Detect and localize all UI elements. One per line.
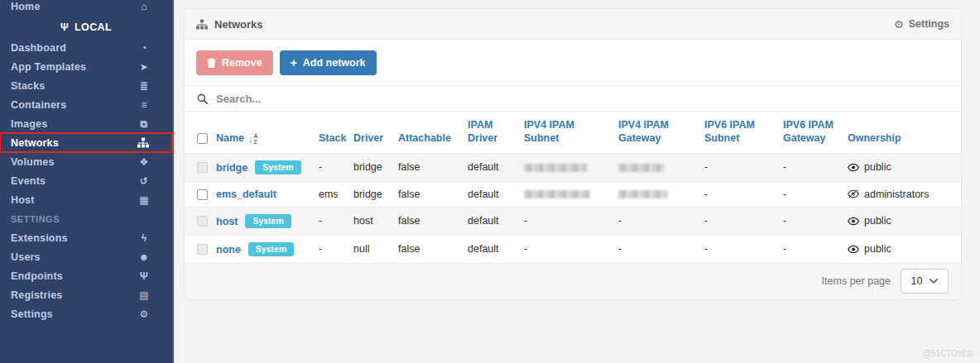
sidebar: Home ⌂ Ψ LOCAL Dashboard◔App Templates➤S… [0, 0, 174, 363]
items-per-page-select[interactable]: 10 [901, 269, 949, 294]
sidebar-item-settings[interactable]: Settings⚙ [0, 304, 172, 323]
cell-ipv6_subnet: - [704, 207, 783, 235]
chevron-down-icon [930, 279, 938, 284]
sidebar-item-label: Home [11, 1, 41, 12]
cell-ipam_driver: default [468, 181, 524, 207]
sidebar-item-label: Users [11, 251, 41, 263]
column-header-ipv4_gateway[interactable]: IPV4 IPAM Gateway [618, 112, 704, 154]
redacted-value [618, 190, 668, 198]
eye-slash-icon [848, 189, 859, 198]
endpoint-selector[interactable]: Ψ LOCAL [0, 17, 172, 38]
sidebar-item-networks[interactable]: Networks [0, 133, 172, 152]
column-header-ipv6_subnet[interactable]: IPV6 IPAM Subnet [704, 112, 783, 154]
sidebar-item-label: Dashboard [11, 42, 66, 54]
sitemap-icon [196, 19, 208, 30]
cell-ownership: public [848, 153, 961, 181]
app-templates-icon: ➤ [137, 61, 151, 73]
network-name-link[interactable]: none [216, 243, 241, 255]
cell-stack: - [319, 153, 353, 181]
sidebar-item-label: Stacks [11, 80, 46, 92]
settings-icon: ⚙ [137, 308, 151, 320]
add-network-button[interactable]: + Add network [280, 50, 377, 75]
sidebar-item-volumes[interactable]: Volumes❖ [0, 152, 172, 171]
sidebar-item-app-templates[interactable]: App Templates➤ [0, 57, 172, 76]
sidebar-item-events[interactable]: Events↺ [0, 171, 172, 190]
system-badge: System [245, 214, 291, 228]
sidebar-item-home[interactable]: Home ⌂ [0, 1, 172, 17]
search-icon [197, 93, 208, 104]
select-all-checkbox[interactable] [197, 133, 208, 144]
network-name-link[interactable]: host [216, 215, 238, 227]
cell-stack: ems [319, 181, 353, 207]
sidebar-item-dashboard[interactable]: Dashboard◔ [0, 38, 172, 57]
sidebar-item-label: Networks [11, 137, 59, 149]
containers-icon: ≡ [137, 99, 151, 111]
networks-widget: Networks ⚙ Settings Remove + Add network… [184, 8, 962, 300]
sidebar-item-label: Volumes [11, 156, 55, 168]
cell-driver: bridge [353, 181, 398, 207]
table-header-row: Name↓AZStackDriverAttachableIPAM DriverI… [185, 112, 961, 154]
cell-ipam_driver: default [468, 207, 524, 235]
sidebar-item-stacks[interactable]: Stacks≣ [0, 76, 172, 95]
sidebar-item-extensions[interactable]: Extensionsϟ [0, 228, 172, 247]
cell-ownership: public [848, 235, 961, 263]
toolbar: Remove + Add network [185, 40, 961, 85]
widget-settings-link[interactable]: ⚙ Settings [894, 18, 949, 30]
sidebar-item-containers[interactable]: Containers≡ [0, 95, 172, 114]
watermark: @51CTO博客 [923, 348, 974, 360]
cell-attachable: false [398, 153, 468, 181]
column-header-ipv6_gateway[interactable]: IPV6 IPAM Gateway [783, 112, 848, 154]
cell-driver: host [353, 207, 398, 235]
cell-ipv4_subnet: - [524, 235, 618, 263]
column-header-name[interactable]: Name↓AZ [216, 112, 319, 154]
table-row: bridgeSystem-bridgefalsedefault--public [185, 153, 961, 181]
network-name-link[interactable]: ems_default [216, 189, 276, 200]
redacted-value [618, 164, 665, 172]
sidebar-item-label: Containers [11, 99, 66, 111]
sidebar-item-label: Settings [11, 308, 53, 320]
sidebar-item-registries[interactable]: Registries▤ [0, 285, 172, 304]
cell-attachable: false [398, 181, 468, 207]
volumes-icon: ❖ [137, 156, 151, 168]
column-header-ownership[interactable]: Ownership [848, 112, 961, 154]
home-icon: ⌂ [137, 1, 151, 12]
select-all-header-cell [185, 112, 216, 154]
redacted-value [524, 164, 587, 172]
column-header-stack[interactable]: Stack [319, 112, 353, 154]
sidebar-section-settings: SETTINGS [0, 209, 172, 228]
sidebar-item-label: Endpoints [11, 270, 63, 282]
search-bar [185, 85, 961, 111]
cell-stack: - [319, 207, 353, 235]
widget-header: Networks ⚙ Settings [185, 9, 961, 40]
sidebar-item-label: App Templates [11, 61, 86, 73]
networks-table: Name↓AZStackDriverAttachableIPAM DriverI… [185, 111, 961, 263]
plus-icon: + [291, 57, 297, 69]
search-input[interactable] [216, 93, 949, 105]
column-header-driver[interactable]: Driver [353, 112, 398, 154]
sidebar-item-label: Events [11, 175, 46, 187]
cell-ipv4_subnet: - [524, 207, 618, 235]
cell-ipam_driver: default [468, 153, 524, 181]
remove-button[interactable]: Remove [196, 50, 273, 75]
trash-icon [207, 58, 216, 68]
table-row: hostSystem-hostfalsedefault----public [185, 207, 961, 235]
cell-ipv6_gateway: - [783, 153, 848, 181]
sidebar-item-users[interactable]: Users☻ [0, 247, 172, 266]
column-header-ipv4_subnet[interactable]: IPV4 IPAM Subnet [524, 112, 618, 154]
row-checkbox[interactable] [197, 189, 208, 200]
system-badge: System [255, 160, 300, 174]
cell-ipv4_gateway: - [618, 235, 704, 263]
column-header-ipam_driver[interactable]: IPAM Driver [468, 112, 524, 154]
sidebar-item-endpoints[interactable]: EndpointsΨ [0, 266, 172, 285]
column-header-attachable[interactable]: Attachable [398, 112, 468, 154]
cell-ownership: public [848, 207, 961, 235]
sidebar-item-images[interactable]: Images⧉ [0, 114, 172, 133]
sidebar-item-label: Host [11, 194, 35, 206]
sidebar-item-host[interactable]: Host▦ [0, 190, 172, 209]
sidebar-item-label: Images [11, 118, 47, 130]
cell-ipv6_subnet: - [704, 181, 783, 207]
main-content: Networks ⚙ Settings Remove + Add network… [184, 8, 962, 300]
widget-title: Networks [196, 18, 263, 31]
network-name-link[interactable]: bridge [216, 161, 247, 173]
gear-icon: ⚙ [894, 19, 904, 30]
